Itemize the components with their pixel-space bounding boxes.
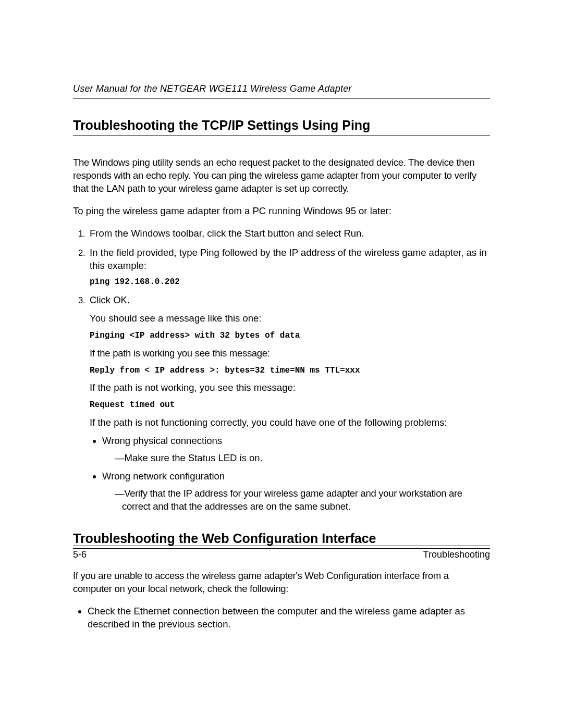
- problems-list: Wrong physical connections Make sure the…: [90, 435, 490, 513]
- step-3: Click OK. You should see a message like …: [88, 294, 490, 513]
- problem-physical-label: Wrong physical connections: [102, 435, 222, 446]
- page-footer: 5-6 Troubleshooting: [73, 546, 490, 560]
- code-pinging-output: Pinging <IP address> with 32 bytes of da…: [90, 330, 490, 342]
- problem-network-detail: Verify that the IP address for your wire…: [115, 487, 490, 513]
- running-header: User Manual for the NETGEAR WGE111 Wirel…: [73, 83, 490, 99]
- problem-network-label: Wrong network configuration: [102, 471, 225, 482]
- step-3-text: Click OK.: [90, 294, 130, 305]
- footer-page-number: 5-6: [73, 549, 87, 560]
- intro-paragraph-1: The Windows ping utility sends an echo r…: [73, 156, 490, 195]
- step-1: From the Windows toolbar, click the Star…: [88, 227, 490, 240]
- code-reply-output: Reply from < IP address >: bytes=32 time…: [90, 365, 490, 377]
- webconfig-check-1: Check the Ethernet connection between th…: [88, 605, 490, 631]
- problem-physical-detail: Make sure the Status LED is on.: [115, 452, 490, 465]
- step-3-sub-4: If the path is not functioning correctly…: [90, 416, 490, 429]
- document-page: User Manual for the NETGEAR WGE111 Wirel…: [0, 0, 563, 728]
- code-ping-command: ping 192.168.0.202: [90, 277, 490, 288]
- webconfig-check-list: Check the Ethernet connection between th…: [73, 605, 490, 631]
- problem-physical: Wrong physical connections Make sure the…: [102, 435, 490, 465]
- step-3-sub-3: If the path is not working, you see this…: [90, 381, 490, 394]
- problem-network: Wrong network configuration Verify that …: [102, 470, 490, 513]
- footer-section-label: Troubleshooting: [423, 549, 490, 560]
- step-3-sub-2: If the path is working you see this mess…: [90, 347, 490, 360]
- step-3-sub-1: You should see a message like this one:: [90, 312, 490, 325]
- intro-paragraph-2: To ping the wireless game adapter from a…: [73, 205, 490, 218]
- webconfig-intro: If you are unable to access the wireless…: [73, 570, 490, 596]
- problem-physical-detail-text: Make sure the Status LED is on.: [125, 452, 263, 463]
- steps-list: From the Windows toolbar, click the Star…: [73, 227, 490, 513]
- problem-network-detail-text: Verify that the IP address for your wire…: [122, 488, 462, 512]
- section-heading-ping: Troubleshooting the TCP/IP Settings Usin…: [73, 118, 490, 135]
- code-timeout-output: Request timed out: [90, 400, 490, 411]
- step-2-text: In the field provided, type Ping followe…: [90, 247, 487, 271]
- step-2: In the field provided, type Ping followe…: [88, 246, 490, 288]
